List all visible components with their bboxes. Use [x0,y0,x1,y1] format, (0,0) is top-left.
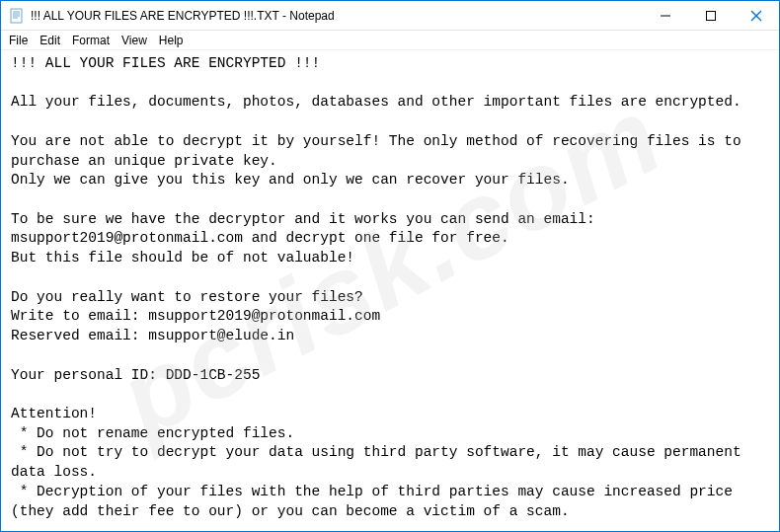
titlebar[interactable]: !!! ALL YOUR FILES ARE ENCRYPTED !!!.TXT… [1,1,779,31]
maximize-button[interactable] [688,1,734,30]
text-area[interactable]: !!! ALL YOUR FILES ARE ENCRYPTED !!! All… [1,50,779,531]
svg-rect-6 [707,11,716,20]
window-title: !!! ALL YOUR FILES ARE ENCRYPTED !!!.TXT… [31,9,643,23]
minimize-button[interactable] [643,1,688,30]
window-controls [643,1,779,30]
menu-view[interactable]: View [116,33,153,48]
menu-edit[interactable]: Edit [34,33,66,48]
menu-file[interactable]: File [3,33,34,48]
menubar: File Edit Format View Help [1,31,779,50]
menu-format[interactable]: Format [66,33,116,48]
notepad-window: !!! ALL YOUR FILES ARE ENCRYPTED !!!.TXT… [0,0,780,532]
notepad-icon [9,8,25,24]
close-button[interactable] [734,1,779,30]
menu-help[interactable]: Help [153,33,190,48]
